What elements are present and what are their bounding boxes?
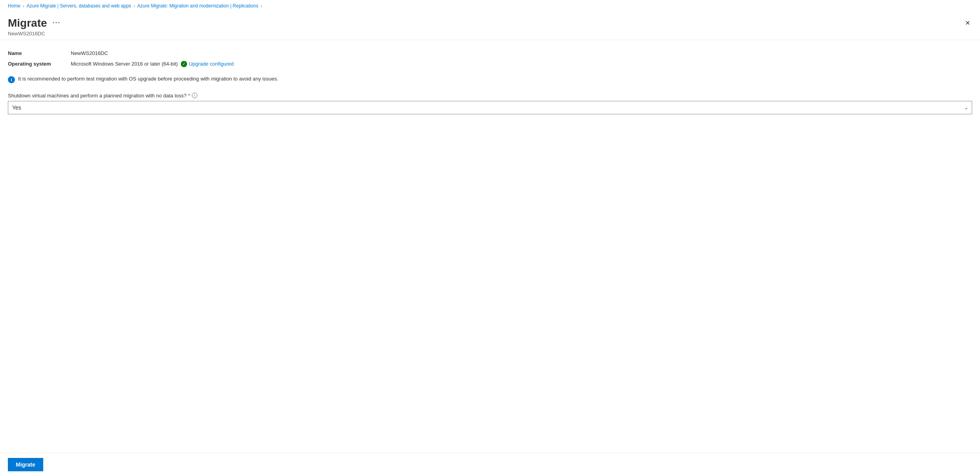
more-options-button[interactable]: ··· [50, 18, 63, 28]
page-subtitle: NewWS2016DC [8, 31, 972, 37]
breadcrumb: Home › Azure Migrate | Servers, database… [0, 0, 980, 12]
os-value: Microsoft Windows Server 2016 or later (… [71, 60, 972, 68]
header-section: Migrate ··· NewWS2016DC ✕ [0, 12, 980, 40]
content-section: Name NewWS2016DC Operating system Micros… [0, 40, 980, 453]
migrate-button[interactable]: Migrate [8, 458, 43, 471]
breadcrumb-sep-3: › [261, 4, 262, 8]
dropdown-wrapper: Yes No ⌄ [8, 101, 972, 114]
shutdown-dropdown[interactable]: Yes No [8, 101, 972, 114]
name-value: NewWS2016DC [71, 49, 972, 57]
os-value-text: Microsoft Windows Server 2016 or later (… [71, 61, 178, 67]
form-section: Shutdown virtual machines and perform a … [8, 93, 972, 114]
tooltip-icon[interactable]: i [192, 93, 197, 98]
upgrade-badge[interactable]: ✓ Upgrade configured [181, 61, 234, 67]
breadcrumb-sep-1: › [23, 4, 24, 8]
footer-bar: Migrate [0, 453, 980, 476]
breadcrumb-home[interactable]: Home [8, 3, 20, 9]
close-button[interactable]: ✕ [963, 18, 972, 27]
shutdown-label-text: Shutdown virtual machines and perform a … [8, 93, 187, 99]
breadcrumb-replications[interactable]: Azure Migrate: Migration and modernizati… [137, 3, 258, 9]
header-top: Migrate ··· [8, 16, 972, 30]
page-title: Migrate [8, 16, 47, 30]
name-label: Name [8, 49, 71, 57]
info-banner: i It is recommended to perform test migr… [8, 76, 972, 83]
info-banner-text: It is recommended to perform test migrat… [18, 76, 278, 82]
upgrade-label: Upgrade configured [189, 61, 234, 67]
info-icon: i [8, 76, 15, 83]
required-indicator: * [188, 93, 190, 99]
breadcrumb-sep-2: › [134, 4, 135, 8]
upgrade-check-icon: ✓ [181, 61, 187, 67]
shutdown-label: Shutdown virtual machines and perform a … [8, 93, 972, 99]
os-label: Operating system [8, 60, 71, 68]
breadcrumb-azure-migrate[interactable]: Azure Migrate | Servers, databases and w… [27, 3, 131, 9]
page-wrapper: Home › Azure Migrate | Servers, database… [0, 0, 980, 476]
info-grid: Name NewWS2016DC Operating system Micros… [8, 49, 972, 68]
